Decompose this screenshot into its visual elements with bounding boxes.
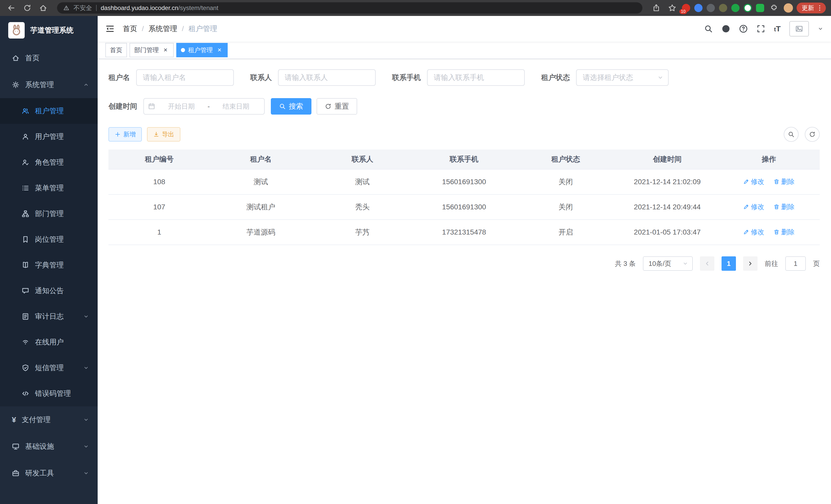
fullscreen-icon[interactable] xyxy=(756,24,765,33)
sidebar-item-label: 岗位管理 xyxy=(35,235,98,244)
cell-created: 2021-12-14 21:02:09 xyxy=(617,169,718,195)
prev-page-button[interactable] xyxy=(700,256,714,271)
sidebar-item-role[interactable]: 角色管理 xyxy=(0,149,98,175)
header-search-icon[interactable] xyxy=(704,24,713,33)
cell-status: 关闭 xyxy=(515,195,617,219)
chevron-up-icon xyxy=(83,82,89,88)
sidebar-item-label: 部门管理 xyxy=(35,209,98,218)
warning-icon xyxy=(63,5,69,11)
close-icon[interactable]: × xyxy=(162,47,169,54)
address-bar[interactable]: 不安全 dashboard.yudao.iocoder.cn/system/te… xyxy=(57,2,642,13)
page-number-1[interactable]: 1 xyxy=(721,256,736,271)
share-icon[interactable] xyxy=(650,2,662,14)
sidebar-item-sms[interactable]: 短信管理 xyxy=(0,355,98,381)
help-icon[interactable] xyxy=(739,24,748,33)
sidebar-item-home[interactable]: 首页 xyxy=(0,45,98,71)
sidebar-item-system[interactable]: 系统管理 xyxy=(0,71,98,98)
sidebar-item-audit-log[interactable]: 审计日志 xyxy=(0,304,98,329)
chrome-update-button[interactable]: 更新 xyxy=(797,3,826,13)
refresh-icon xyxy=(325,103,332,110)
collapse-sidebar-button[interactable] xyxy=(105,24,115,33)
bookmark-star-icon[interactable] xyxy=(666,2,678,14)
sidebar-item-online-user[interactable]: 在线用户 xyxy=(0,329,98,355)
toggle-search-button[interactable] xyxy=(784,127,799,142)
reset-button[interactable]: 重置 xyxy=(317,98,357,115)
extension-icon[interactable]: 10 xyxy=(682,4,690,12)
sidebar-item-dict[interactable]: 字典管理 xyxy=(0,252,98,278)
update-label: 更新 xyxy=(802,4,814,12)
sidebar-item-infra[interactable]: 基础设施 xyxy=(0,433,98,460)
cell-mobile: 15601691300 xyxy=(413,169,515,195)
extensions-puzzle-icon[interactable] xyxy=(768,2,780,14)
tenant-status-input[interactable] xyxy=(576,69,668,86)
sidebar-item-label: 审计日志 xyxy=(35,312,83,321)
tab-tenant[interactable]: 租户管理× xyxy=(176,43,228,57)
edit-link[interactable]: 修改 xyxy=(743,177,764,186)
column-header: 租户状态 xyxy=(515,149,617,169)
export-button[interactable]: 导出 xyxy=(147,127,180,142)
tenant-name-input[interactable] xyxy=(136,69,234,86)
sidebar-item-notice[interactable]: 通知公告 xyxy=(0,278,98,304)
breadcrumb-home[interactable]: 首页 xyxy=(123,24,137,34)
next-page-button[interactable] xyxy=(743,256,757,271)
sidebar-item-user[interactable]: 用户管理 xyxy=(0,124,98,149)
sidebar-item-post[interactable]: 岗位管理 xyxy=(0,227,98,252)
extension-icon[interactable] xyxy=(744,4,752,12)
sidebar-item-tenant[interactable]: 租户管理 xyxy=(0,98,98,124)
search-button[interactable]: 搜索 xyxy=(271,98,311,115)
chevron-down-icon xyxy=(83,470,89,476)
reload-button[interactable] xyxy=(21,2,33,14)
total-count: 共 3 条 xyxy=(615,259,636,268)
breadcrumb-separator: / xyxy=(182,25,184,33)
table-header-row: 租户编号租户名联系人联系手机租户状态创建时间操作 xyxy=(109,149,820,169)
browser-profile-avatar[interactable] xyxy=(784,3,793,12)
extension-icon[interactable] xyxy=(731,4,740,12)
tab-home[interactable]: 首页 xyxy=(105,43,127,57)
extension-icon[interactable] xyxy=(756,4,764,12)
sidebar-item-menu[interactable]: 菜单管理 xyxy=(0,175,98,201)
refresh-table-button[interactable] xyxy=(805,127,820,142)
tool-icon xyxy=(12,469,20,477)
goto-page-input[interactable] xyxy=(785,256,806,271)
end-date-input[interactable] xyxy=(212,102,260,111)
tenant-status-select[interactable] xyxy=(576,69,668,86)
user-avatar[interactable] xyxy=(790,21,809,36)
extension-icon[interactable] xyxy=(694,4,703,12)
url-text: dashboard.yudao.iocoder.cn/system/tenant xyxy=(101,4,219,11)
delete-link[interactable]: 删除 xyxy=(773,228,795,237)
github-icon[interactable] xyxy=(721,24,730,33)
sidebar-item-label: 短信管理 xyxy=(35,363,83,373)
browser-toolbar: 不安全 dashboard.yudao.iocoder.cn/system/te… xyxy=(0,0,831,16)
delete-link[interactable]: 删除 xyxy=(773,177,795,186)
shield-icon xyxy=(22,364,29,372)
column-header: 联系人 xyxy=(312,149,413,169)
edit-icon xyxy=(743,179,749,185)
add-button[interactable]: 新增 xyxy=(109,127,142,142)
create-time-range-picker[interactable]: - xyxy=(143,98,265,115)
browser-home-button[interactable] xyxy=(37,2,49,14)
edit-link[interactable]: 修改 xyxy=(743,202,764,211)
sidebar-item-dev-tool[interactable]: 研发工具 xyxy=(0,460,98,486)
url-host: dashboard.yudao.iocoder.cn xyxy=(101,4,178,11)
sidebar-item-pay[interactable]: ¥支付管理 xyxy=(0,406,98,433)
edit-link[interactable]: 修改 xyxy=(743,228,764,237)
mobile-input[interactable] xyxy=(427,69,525,86)
sidebar-item-label: 在线用户 xyxy=(35,337,98,347)
start-date-input[interactable] xyxy=(157,102,206,111)
delete-link[interactable]: 删除 xyxy=(773,202,795,211)
app-title: 芋道管理系统 xyxy=(30,25,74,35)
page-size-select[interactable]: 10条/页 xyxy=(643,256,693,271)
back-button[interactable] xyxy=(5,2,18,14)
contact-input[interactable] xyxy=(278,69,376,86)
sidebar-item-dept[interactable]: 部门管理 xyxy=(0,201,98,227)
menu-dots-icon[interactable] xyxy=(816,4,823,11)
extension-icon[interactable] xyxy=(707,4,715,12)
font-size-icon[interactable]: tT xyxy=(774,24,781,33)
tab-dept[interactable]: 部门管理× xyxy=(130,43,174,57)
extension-icon[interactable] xyxy=(719,4,727,12)
close-icon[interactable]: × xyxy=(216,47,223,54)
breadcrumb-system[interactable]: 系统管理 xyxy=(148,24,177,34)
app-logo[interactable]: 芋道管理系统 xyxy=(0,16,98,45)
avatar-caret-icon[interactable] xyxy=(818,26,823,32)
sidebar-item-error-code[interactable]: 错误码管理 xyxy=(0,381,98,406)
